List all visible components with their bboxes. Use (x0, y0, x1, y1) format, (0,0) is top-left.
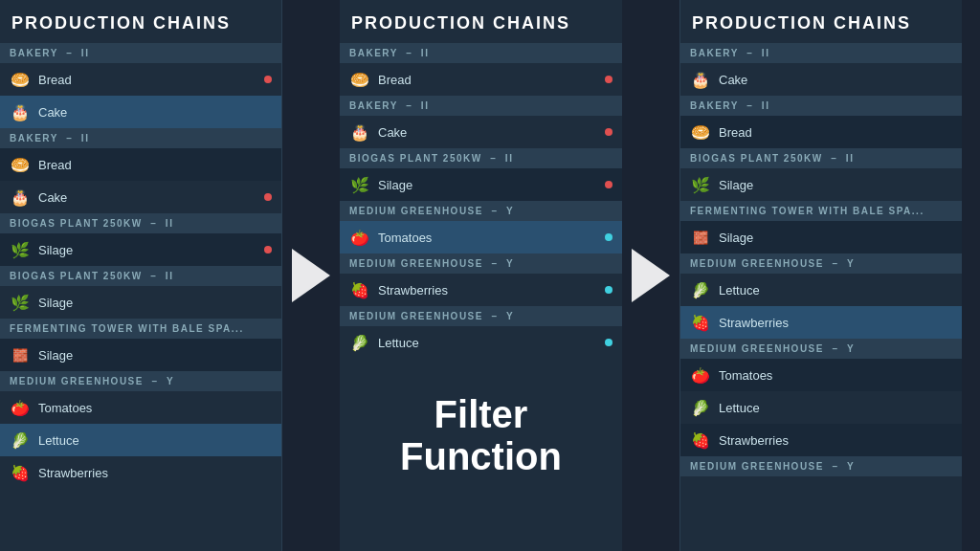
dot-indicator (264, 76, 272, 83)
list-item[interactable]: 🥯 Bread (680, 116, 962, 148)
tomato-icon: 🍅 (690, 364, 711, 386)
list-item[interactable]: 🌿 Silage (0, 286, 281, 319)
item-label: Strawberries (378, 283, 612, 298)
list-item[interactable]: 🌿 Silage (680, 168, 962, 201)
category-bakery-2: BAKERY – II (0, 128, 281, 148)
middle-panel-title: PRODUCTION CHAINS (340, 0, 622, 43)
list-item[interactable]: 🧱 Silage (680, 221, 962, 253)
left-panel: PRODUCTION CHAINS BAKERY – II 🥯 Bread 🎂 … (0, 0, 282, 551)
silage-icon: 🌿 (10, 239, 31, 260)
list-item[interactable]: 🥯 Bread (0, 63, 281, 96)
dot-indicator (605, 233, 612, 241)
dot-indicator (605, 339, 612, 346)
item-label: Cake (38, 105, 272, 120)
category-biogas: BIOGAS PLANT 250KW – II (340, 148, 622, 168)
lettuce-icon: 🥬 (690, 279, 711, 300)
right-panel-content: BAKERY – II 🎂 Cake BAKERY – II 🥯 Bread B… (680, 43, 962, 551)
category-greenhouse-3: MEDIUM GREENHOUSE – Y (340, 306, 622, 326)
list-item[interactable]: 🌿 Silage (0, 233, 281, 266)
item-label: Tomatoes (378, 231, 612, 245)
list-item[interactable]: 🍅 Tomatoes (0, 391, 281, 424)
item-label: Tomatoes (38, 401, 272, 415)
item-label: Cake (378, 125, 612, 140)
strawberry-icon: 🍓 (10, 462, 31, 483)
category-greenhouse-1: MEDIUM GREENHOUSE – Y (680, 253, 962, 274)
list-item[interactable]: 🥬 Lettuce (0, 424, 281, 456)
bread-icon: 🥯 (10, 69, 31, 90)
item-label: Strawberries (38, 466, 272, 480)
list-item[interactable]: 🍅 Tomatoes (680, 359, 962, 391)
item-label: Silage (38, 296, 272, 310)
cake-icon: 🎂 (10, 101, 31, 122)
lettuce-icon: 🥬 (349, 332, 370, 353)
list-item[interactable]: 🥯 Bread (0, 148, 281, 181)
list-item[interactable]: 🎂 Cake (0, 96, 281, 128)
list-item[interactable]: 🥬 Lettuce (340, 326, 622, 359)
cake-icon: 🎂 (690, 69, 711, 90)
category-bakery-1: BAKERY – II (0, 43, 281, 63)
left-panel-title: PRODUCTION CHAINS (0, 0, 281, 43)
dot-indicator (264, 193, 272, 201)
category-bakery-2: BAKERY – II (680, 96, 962, 116)
list-item[interactable]: 🍓 Strawberries (680, 424, 962, 456)
list-item[interactable]: 🍓 Strawberries (0, 456, 281, 489)
lettuce-icon: 🥬 (690, 397, 711, 418)
item-label: Tomatoes (719, 368, 952, 383)
lettuce-icon: 🥬 (10, 430, 31, 451)
cake-icon: 🎂 (10, 187, 31, 208)
item-label: Bread (719, 125, 952, 140)
bale-icon: 🧱 (10, 344, 31, 365)
item-label: Bread (38, 73, 272, 87)
list-item[interactable]: 🎂 Cake (680, 63, 962, 96)
list-item[interactable]: 🍓 Strawberries (680, 306, 962, 339)
list-item[interactable]: 🌿 Silage (340, 168, 622, 201)
category-bakery-1: BAKERY – II (680, 43, 962, 63)
strawberry-icon: 🍓 (690, 312, 711, 333)
strawberry-icon: 🍓 (690, 430, 711, 451)
item-label: Silage (719, 178, 952, 192)
tomato-icon: 🍅 (349, 227, 370, 248)
silage-icon: 🌿 (349, 174, 370, 195)
item-label: Bread (38, 158, 272, 172)
list-item[interactable]: 🧱 Silage (0, 339, 281, 371)
item-label: Silage (378, 178, 612, 192)
category-greenhouse-1: MEDIUM GREENHOUSE – Y (0, 371, 281, 391)
category-fermenting: FERMENTING TOWER WITH BALE SPA... (0, 319, 281, 339)
category-greenhouse-2: MEDIUM GREENHOUSE – Y (340, 253, 622, 274)
arrow-right (622, 249, 679, 302)
bread-icon: 🥯 (349, 69, 370, 90)
item-label: Silage (38, 243, 272, 257)
strawberry-icon: 🍓 (349, 279, 370, 300)
category-biogas-2: BIOGAS PLANT 250KW – II (0, 266, 281, 286)
list-item[interactable]: 🎂 Cake (0, 181, 281, 213)
bale-icon: 🧱 (690, 227, 711, 248)
item-label: Bread (378, 73, 612, 87)
item-label: Lettuce (378, 336, 612, 350)
category-bakery-2: BAKERY – II (340, 96, 622, 116)
category-greenhouse-1: MEDIUM GREENHOUSE – Y (340, 201, 622, 221)
list-item[interactable]: 🥯 Bread (340, 63, 622, 96)
list-item[interactable]: 🍅 Tomatoes (340, 221, 622, 253)
list-item[interactable]: 🥬 Lettuce (680, 274, 962, 306)
item-label: Strawberries (719, 433, 952, 448)
dot-indicator (264, 246, 272, 253)
item-label: Cake (38, 190, 272, 205)
list-item[interactable]: 🎂 Cake (340, 116, 622, 148)
category-greenhouse-3: MEDIUM GREENHOUSE – Y (680, 456, 962, 476)
tomato-icon: 🍅 (10, 397, 31, 418)
bread-icon: 🥯 (10, 154, 31, 175)
bread-icon: 🥯 (690, 121, 711, 143)
item-label: Lettuce (38, 433, 272, 448)
left-panel-content: BAKERY – II 🥯 Bread 🎂 Cake BAKERY – II 🥯… (0, 43, 281, 551)
list-item[interactable]: 🥬 Lettuce (680, 391, 962, 424)
item-label: Cake (719, 73, 952, 87)
arrow-shape (632, 249, 670, 302)
arrow-left (282, 249, 340, 302)
right-panel: PRODUCTION CHAINS BAKERY – II 🎂 Cake BAK… (679, 0, 962, 551)
item-label: Lettuce (719, 401, 952, 415)
dot-indicator (605, 76, 612, 83)
list-item[interactable]: 🍓 Strawberries (340, 274, 622, 306)
dot-indicator (605, 286, 612, 294)
category-fermenting: FERMENTING TOWER WITH BALE SPA... (680, 201, 962, 221)
right-panel-title: PRODUCTION CHAINS (680, 0, 962, 43)
